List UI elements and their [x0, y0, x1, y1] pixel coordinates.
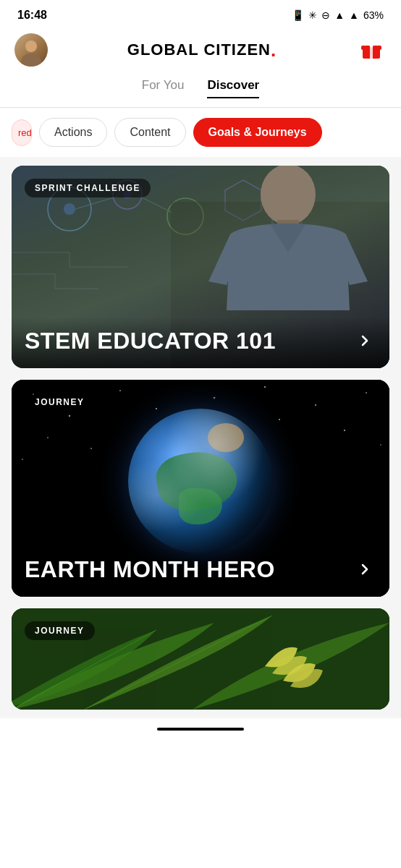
device-icon: 📱 [292, 9, 304, 21]
tab-for-you[interactable]: For You [142, 78, 185, 98]
gift-icon [360, 38, 383, 61]
card-stem-title: STEM EDUCATOR 101 [25, 328, 353, 354]
svg-point-3 [369, 44, 373, 48]
card-earth-title: EARTH MONTH HERO [25, 557, 353, 582]
svg-point-31 [90, 448, 92, 449]
logo-text: GLOBAL CITIZEN [127, 41, 271, 59]
minus-circle-icon: ⊖ [321, 9, 330, 21]
card-stem-title-bar: STEM EDUCATOR 101 [12, 317, 389, 368]
person-silhouette [172, 166, 389, 339]
home-indicator [157, 728, 244, 731]
svg-rect-2 [370, 46, 373, 59]
pill-goals-journeys[interactable]: Goals & Journeys [193, 118, 322, 147]
bluetooth-icon: ✳ [308, 9, 317, 21]
svg-point-30 [279, 419, 280, 420]
svg-point-20 [119, 390, 121, 391]
svg-point-15 [261, 166, 316, 225]
svg-point-26 [47, 437, 48, 438]
bottom-bar [0, 718, 401, 740]
pill-actions[interactable]: Actions [39, 118, 107, 147]
main-content: SPRINT CHALLENGE STEM EDUCATOR 101 [0, 157, 401, 718]
svg-point-24 [315, 404, 316, 406]
pill-partial-featured[interactable]: red [12, 119, 32, 146]
status-bar: 16:48 📱 ✳ ⊖ ▲ ▲ 63% [0, 0, 401, 27]
card-tag-journey-earth: JOURNEY [25, 393, 95, 412]
svg-point-29 [22, 459, 23, 460]
tab-discover[interactable]: Discover [207, 78, 259, 98]
signal-icon: ▲ [349, 9, 359, 21]
svg-point-6 [64, 203, 75, 215]
avatar[interactable] [14, 33, 48, 67]
logo-dot: . [271, 41, 277, 59]
chevron-right-icon-earth[interactable] [353, 558, 376, 581]
card-stem-educator[interactable]: SPRINT CHALLENGE STEM EDUCATOR 101 [12, 166, 389, 368]
app-header: GLOBAL CITIZEN. [0, 27, 401, 75]
status-time: 16:48 [17, 9, 47, 22]
svg-point-19 [69, 415, 70, 417]
card-tag-journey-third: JOURNEY [25, 621, 95, 640]
pill-content[interactable]: Content [114, 118, 185, 147]
card-earth-title-bar: EARTH MONTH HERO [12, 545, 389, 597]
wifi-icon: ▲ [334, 9, 345, 21]
earth-globe [128, 409, 273, 553]
status-icons: 📱 ✳ ⊖ ▲ ▲ 63% [292, 9, 384, 21]
svg-point-28 [380, 444, 381, 446]
chevron-right-icon[interactable] [353, 329, 376, 352]
battery-percent: 63% [363, 9, 384, 21]
card-tag-sprint: SPRINT CHALLENGE [25, 179, 151, 197]
gift-button[interactable] [356, 35, 387, 65]
card-earth-month[interactable]: JOURNEY EARTH MONTH HERO [12, 380, 389, 597]
nav-tabs: For You Discover [0, 75, 401, 108]
svg-point-27 [344, 430, 345, 431]
card-third-journey[interactable]: JOURNEY [12, 608, 389, 710]
app-logo: GLOBAL CITIZEN. [127, 41, 277, 59]
filter-bar: red Actions Content Goals & Journeys [0, 108, 401, 157]
svg-point-23 [264, 386, 266, 388]
svg-point-25 [366, 392, 367, 393]
svg-point-22 [214, 397, 216, 399]
